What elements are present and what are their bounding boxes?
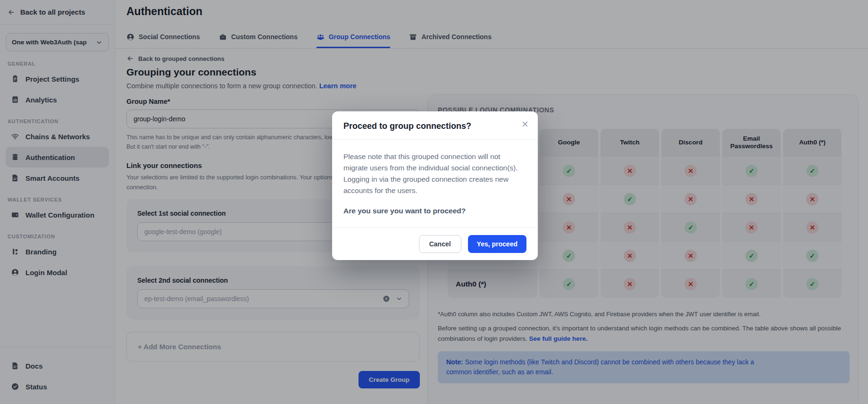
modal-message: Please note that this grouped connection… (343, 151, 526, 196)
modal-confirm-question: Are you sure you want to proceed? (343, 207, 526, 215)
cancel-button[interactable]: Cancel (419, 235, 461, 253)
web3auth-dashboard: Back to all projects One with Web3Auth (… (0, 0, 868, 404)
modal-title: Proceed to group connections? (343, 121, 526, 131)
yes-proceed-button[interactable]: Yes, proceed (468, 235, 526, 253)
proceed-modal: Proceed to group connections? × Please n… (332, 111, 538, 260)
modal-header: Proceed to group connections? × (332, 111, 538, 140)
modal-body: Please note that this grouped connection… (332, 140, 538, 227)
modal-footer: Cancel Yes, proceed (332, 227, 538, 260)
close-icon[interactable]: × (520, 117, 530, 132)
